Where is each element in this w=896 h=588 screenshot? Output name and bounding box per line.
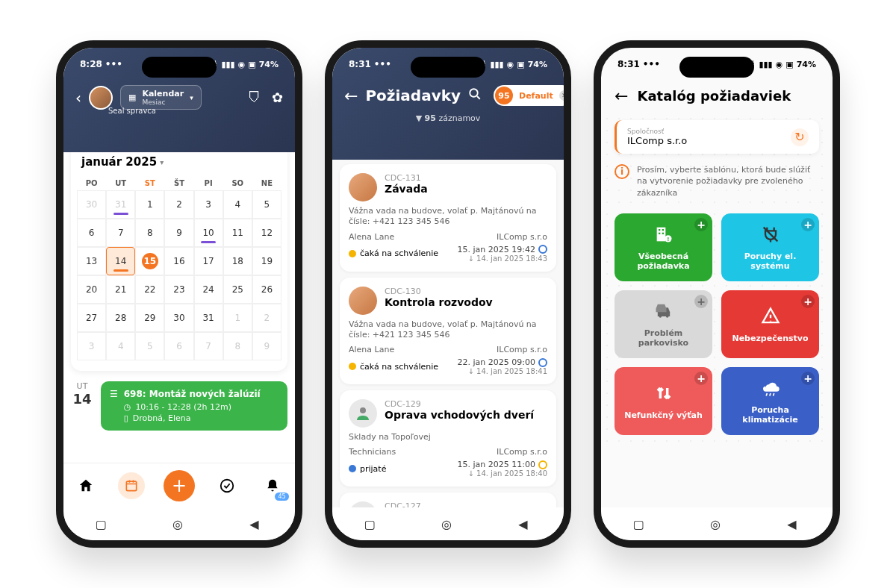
nav-home-btn[interactable]: ◎: [441, 517, 455, 531]
calendar-day[interactable]: 5: [135, 332, 164, 360]
wifi-icon: ◉: [507, 60, 514, 69]
calendar-day[interactable]: 21: [106, 275, 135, 304]
request-card[interactable]: CDC-129Oprava vchodových dveríSklady na …: [340, 390, 556, 487]
tile-add-icon[interactable]: +: [694, 372, 708, 385]
nav-recent[interactable]: ▢: [364, 517, 378, 531]
calendar-day[interactable]: 26: [252, 275, 281, 304]
calendar-day[interactable]: 9: [252, 332, 281, 360]
svg-rect-7: [662, 229, 663, 231]
calendar-day[interactable]: 22: [135, 275, 164, 304]
calendar-day[interactable]: 3: [77, 332, 106, 360]
nav-recent[interactable]: ▢: [96, 517, 109, 531]
filter-close-icon[interactable]: ✕: [559, 90, 564, 101]
calendar-day[interactable]: 10: [194, 219, 223, 247]
calendar-day[interactable]: 23: [164, 275, 193, 304]
back-icon[interactable]: ←: [615, 87, 628, 105]
template-tile[interactable]: +Problém parkovisko: [615, 290, 712, 358]
dow-header: SO: [223, 176, 252, 190]
nav-home[interactable]: [72, 472, 99, 499]
template-tile[interactable]: +Nefunkčný výťah: [615, 367, 712, 435]
calendar-day[interactable]: 13: [77, 247, 106, 275]
request-card[interactable]: CDC-127Zaseknuté okno v spoločných pries…: [340, 492, 556, 507]
event-card[interactable]: ☰ 698: Montáž nových žalúzií ◷10:16 - 12…: [101, 381, 287, 431]
dynamic-island: [679, 57, 754, 78]
template-tile[interactable]: +Nebezpečenstvo: [721, 290, 819, 358]
back-icon[interactable]: ‹: [75, 89, 81, 107]
calendar-day[interactable]: 1: [223, 304, 252, 332]
filter-chip[interactable]: 95 Default ✕: [494, 85, 564, 106]
calendar-day[interactable]: 24: [194, 275, 223, 304]
calendar-day[interactable]: 18: [223, 247, 252, 275]
calendar-day[interactable]: 6: [164, 332, 193, 360]
nav-home-btn[interactable]: ◎: [710, 517, 724, 531]
calendar-day[interactable]: 20: [77, 275, 106, 304]
calendar-day[interactable]: 12: [252, 219, 281, 247]
calendar-day[interactable]: 6: [77, 219, 106, 247]
calendar-day[interactable]: 28: [106, 304, 135, 332]
settings-icon[interactable]: ✿: [272, 90, 283, 105]
calendar-day[interactable]: 2: [252, 304, 281, 332]
calendar-day[interactable]: 8: [223, 332, 252, 360]
tile-add-icon[interactable]: +: [694, 218, 708, 231]
calendar-day[interactable]: 29: [135, 304, 164, 332]
calendar-day[interactable]: 7: [106, 219, 135, 247]
calendar-day[interactable]: 15: [135, 247, 164, 275]
request-card[interactable]: CDC-131ZávadaVážna vada na budove, volať…: [340, 164, 556, 272]
nav-back[interactable]: ◀: [787, 517, 800, 531]
nav-back[interactable]: ◀: [518, 517, 532, 531]
tile-add-icon[interactable]: +: [801, 218, 815, 231]
nav-calendar[interactable]: [118, 472, 145, 499]
svg-point-2: [470, 89, 478, 97]
bottom-nav: + 45: [63, 463, 295, 507]
tile-add-icon[interactable]: +: [801, 372, 815, 385]
calendar-day[interactable]: 3: [194, 190, 223, 219]
tile-add-icon[interactable]: +: [801, 295, 815, 308]
dynamic-island: [411, 57, 485, 78]
calendar-day[interactable]: 11: [223, 219, 252, 247]
calendar-day[interactable]: 16: [164, 247, 193, 275]
template-tile[interactable]: +Poruchy el. systému: [721, 213, 819, 281]
calendar-day[interactable]: 4: [223, 190, 252, 219]
calendar-day[interactable]: 5: [252, 190, 281, 219]
android-nav: ▢ ◎ ◀: [332, 507, 564, 540]
calendar-day[interactable]: 27: [77, 304, 106, 332]
month-selector[interactable]: január 2025: [77, 155, 281, 176]
nav-tasks[interactable]: [214, 472, 240, 499]
request-avatar: [349, 287, 377, 315]
company-selector[interactable]: Spoločnosť ILComp s.r.o ↻: [615, 120, 819, 154]
nav-add[interactable]: +: [164, 470, 195, 501]
calendar-day[interactable]: 31: [106, 190, 135, 219]
calendar-day[interactable]: 14: [106, 247, 135, 275]
template-tile[interactable]: +Porucha klimatizácie: [721, 367, 819, 435]
status-dots-icon: •••: [643, 59, 660, 69]
calendar-day[interactable]: 8: [135, 219, 164, 247]
dow-header: PO: [77, 176, 106, 190]
nav-back[interactable]: ◀: [249, 517, 263, 531]
calendar-day[interactable]: 19: [252, 247, 281, 275]
calendar-day[interactable]: 2: [164, 190, 193, 219]
battery-level: 74%: [797, 60, 816, 69]
request-list[interactable]: CDC-131ZávadaVážna vada na budove, volať…: [332, 160, 564, 507]
calendar-day[interactable]: 30: [164, 304, 193, 332]
calendar-day[interactable]: 31: [194, 304, 223, 332]
calendar-day[interactable]: 30: [77, 190, 106, 219]
calendar-day[interactable]: 7: [194, 332, 223, 360]
calendar-day[interactable]: 4: [106, 332, 135, 360]
calendar-day[interactable]: 1: [135, 190, 164, 219]
svg-rect-8: [659, 233, 660, 234]
calendar-day[interactable]: 9: [164, 219, 193, 247]
user-avatar[interactable]: [89, 86, 113, 110]
request-card[interactable]: CDC-130Kontrola rozvodovVážna vada na bu…: [340, 278, 556, 385]
nav-alerts[interactable]: 45: [259, 472, 286, 499]
refresh-icon[interactable]: ↻: [791, 128, 809, 146]
tile-add-icon[interactable]: +: [694, 295, 708, 308]
search-icon[interactable]: [468, 87, 482, 104]
calendar-day[interactable]: 17: [194, 247, 223, 275]
template-tile[interactable]: +!Všeobecná požiadavka: [615, 213, 712, 281]
request-company: ILComp s.r.o: [497, 345, 547, 354]
calendar-day[interactable]: 25: [223, 275, 252, 304]
nav-recent[interactable]: ▢: [633, 517, 647, 531]
nav-home-btn[interactable]: ◎: [172, 517, 186, 531]
back-icon[interactable]: ←: [344, 87, 358, 105]
filter-icon[interactable]: ⛉: [248, 90, 261, 105]
